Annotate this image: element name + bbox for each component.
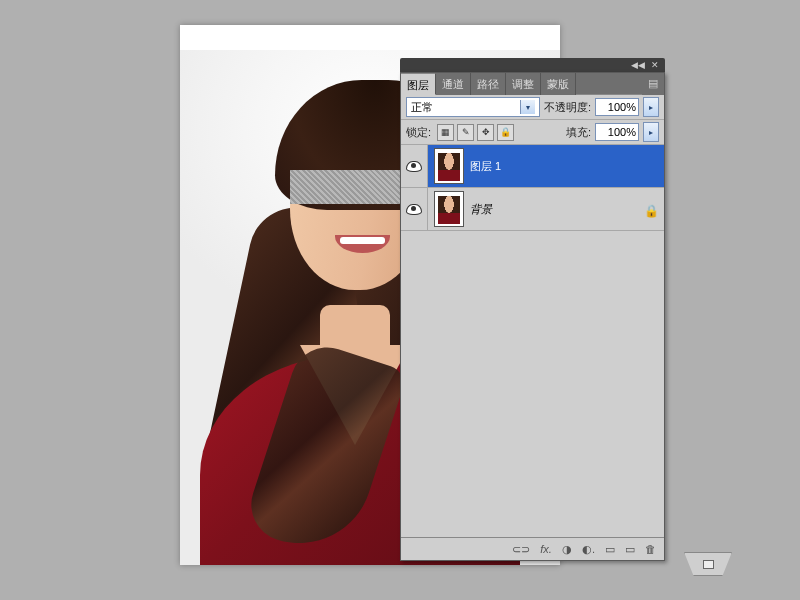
opacity-input[interactable]: 100% [595,98,639,116]
fill-label: 填充: [566,125,591,140]
visibility-toggle[interactable] [401,188,428,230]
lock-pixels-icon[interactable]: ✎ [457,124,474,141]
lock-icon: 🔒 [644,204,654,214]
fx-icon[interactable]: fx. [540,543,552,555]
blend-mode-value: 正常 [411,100,433,115]
tab-masks[interactable]: 蒙版 [541,73,576,95]
panel-icon [703,560,714,569]
chevron-down-icon: ▾ [520,100,535,114]
layer-thumbnail[interactable] [434,148,464,184]
close-icon[interactable]: ✕ [651,61,659,70]
visibility-toggle[interactable] [401,145,428,187]
tab-paths[interactable]: 路径 [471,73,506,95]
new-layer-icon[interactable]: ▭ [625,543,635,556]
lock-transparent-icon[interactable]: ▦ [437,124,454,141]
lock-position-icon[interactable]: ✥ [477,124,494,141]
tab-channels[interactable]: 通道 [436,73,471,95]
blend-row: 正常 ▾ 不透明度: 100% ▸ [401,95,664,120]
layer-thumbnail[interactable] [434,191,464,227]
link-layers-icon[interactable]: ⊂⊃ [512,543,530,556]
layers-panel: 图层 通道 路径 调整 蒙版 ▤ 正常 ▾ 不透明度: 100% ▸ 锁定: ▦… [400,72,665,561]
new-group-icon[interactable]: ▭ [605,543,615,556]
add-mask-icon[interactable]: ◑ [562,543,572,556]
fill-flyout-icon[interactable]: ▸ [643,122,659,142]
layer-row-1[interactable]: 图层 1 [401,145,664,188]
layer-row-background[interactable]: 背景 🔒 [401,188,664,231]
tab-layers[interactable]: 图层 [401,73,436,95]
panel-footer: ⊂⊃ fx. ◑ ◐. ▭ ▭ 🗑 [401,537,664,560]
eye-icon [406,204,422,215]
lock-row: 锁定: ▦ ✎ ✥ 🔒 填充: 100% ▸ [401,120,664,145]
delete-layer-icon[interactable]: 🗑 [645,543,656,555]
layer-name[interactable]: 图层 1 [470,159,501,174]
collapse-icon[interactable]: ◀◀ [631,61,645,70]
blend-mode-select[interactable]: 正常 ▾ [406,97,540,117]
panel-tabs: 图层 通道 路径 调整 蒙版 ▤ [401,73,664,95]
panel-menu-icon[interactable]: ▤ [642,73,664,95]
opacity-label: 不透明度: [544,100,591,115]
opacity-flyout-icon[interactable]: ▸ [643,97,659,117]
lock-all-icon[interactable]: 🔒 [497,124,514,141]
tab-adjust[interactable]: 调整 [506,73,541,95]
layers-list: 图层 1 背景 🔒 [401,145,664,537]
adjustment-layer-icon[interactable]: ◐. [582,543,595,556]
lock-label: 锁定: [406,125,431,140]
layer-name[interactable]: 背景 [470,202,492,217]
eye-icon [406,161,422,172]
panel-titlebar[interactable]: ◀◀ ✕ [400,58,665,72]
collapsed-panel-tab[interactable] [684,552,732,576]
fill-input[interactable]: 100% [595,123,639,141]
